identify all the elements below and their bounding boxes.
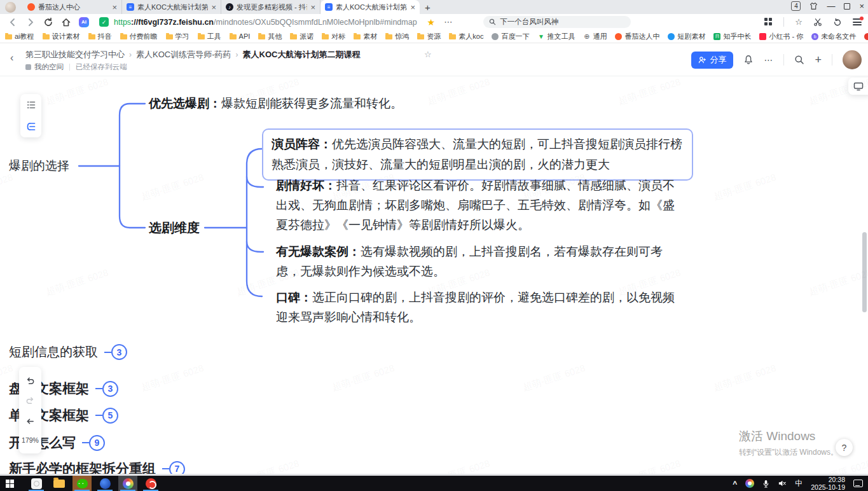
child-count-badge[interactable]: 3 [111, 344, 127, 360]
bookmark-item[interactable]: 百度一下 [492, 32, 529, 41]
bookmark-item[interactable]: 惊鸿 [385, 32, 409, 41]
mindmap-detail-node[interactable]: 口碑：选正向口碑的剧，上抖音搜剧的评价，避免选口碑差的剧，以免视频迎来骂声影响心… [276, 287, 682, 327]
bookmark-item[interactable]: 学习 [166, 32, 189, 41]
child-count-badge[interactable]: 3 [102, 381, 118, 397]
start-button[interactable] [0, 476, 19, 491]
apps-grid-icon[interactable] [764, 18, 773, 26]
minimize-button[interactable]: — [827, 2, 835, 10]
microphone-icon[interactable] [762, 480, 769, 488]
taskbar-browser[interactable] [118, 476, 137, 491]
child-count-badge[interactable]: 9 [89, 435, 105, 451]
theme-icon[interactable] [809, 2, 818, 10]
volume-muted-icon[interactable] [778, 480, 787, 487]
bookmark-item[interactable]: 资源 [417, 32, 441, 41]
ime-indicator[interactable]: 中 [795, 478, 803, 489]
browser-tab[interactable]: 发现更多精彩视频 - 抖音搜索 × [221, 0, 320, 14]
maximize-button[interactable] [844, 3, 850, 10]
taskbar-app-blue[interactable] [95, 476, 114, 491]
reload-icon[interactable] [43, 17, 53, 27]
help-button[interactable]: ? [836, 439, 853, 456]
bookmark-star-icon[interactable]: ★ [427, 17, 436, 27]
create-new-icon[interactable]: + [815, 54, 822, 66]
vertical-scrollbar[interactable] [862, 232, 867, 312]
mindmap-detail-node[interactable]: 有无爆款案例：选有爆款视频的剧，上抖音搜剧名，若有爆款存在则可考虑，无爆款则作为… [276, 242, 682, 281]
bookmark-item[interactable]: 知乎中长 [713, 32, 751, 41]
share-button[interactable]: 分享 [691, 52, 733, 69]
ai-assistant-icon[interactable]: AI [79, 17, 89, 27]
bookmark-item[interactable]: 推文工具 [537, 32, 575, 41]
outline-view-icon[interactable] [26, 100, 36, 110]
collapsed-branch-row[interactable]: 短剧信息的获取 3 [9, 343, 127, 361]
bookmark-item[interactable]: 未命名文件 [811, 32, 856, 41]
bookmark-item[interactable]: 素人koc [449, 32, 483, 41]
favorite-star-icon[interactable]: ☆ [424, 50, 432, 59]
address-more-icon[interactable]: ⋯ [444, 17, 453, 27]
tab-close-icon[interactable]: × [112, 3, 117, 11]
mindmap-detail-node[interactable]: 剧情好坏：抖音、红果评论区看评价。好剧情故事细腻、情感细腻、演员不出戏、无狗血剧… [276, 176, 682, 235]
browser-tab[interactable]: 素人KOC大航海计划第二期课 × [122, 0, 221, 14]
mindmap-canvas[interactable]: 爆剧的选择 优先选爆剧：爆款短剧能获得更多流量和转化。 选剧维度 演员阵容：优先… [0, 76, 868, 474]
bookmark-icon [615, 33, 622, 40]
browser-profile-avatar[interactable] [5, 2, 16, 13]
favorites-icon[interactable]: ☆ [795, 18, 803, 26]
action-center-icon[interactable] [853, 480, 863, 487]
child-count-badge[interactable]: 5 [102, 408, 118, 424]
browser-tab[interactable]: 素人KOC大航海计划第二期课 × [320, 0, 420, 14]
url-display[interactable]: https://ft6vgl737z.feishu.cn/mindnotes/O… [114, 18, 417, 27]
breadcrumb-item[interactable]: 第三职业技能交付学习中心 › [25, 49, 136, 60]
present-mode-button[interactable] [848, 78, 868, 95]
tab-close-icon[interactable]: × [310, 3, 315, 11]
tray-expand-icon[interactable]: ^ [733, 480, 737, 488]
bookmark-item[interactable]: 短剧素材 [668, 32, 705, 41]
user-avatar[interactable] [843, 50, 862, 69]
bookmark-item[interactable]: ai教程 [5, 32, 34, 41]
bookmark-item[interactable]: 付费前瞻 [120, 32, 158, 41]
forward-icon[interactable] [25, 17, 36, 27]
breadcrumb-item[interactable]: 素人KOC大航海计划第二期课程 › [243, 49, 361, 60]
browser-tab[interactable]: 番茄达人中心 × [23, 0, 122, 14]
tab-count-badge[interactable]: 4 [791, 1, 801, 11]
bookmark-item[interactable]: 设计素材 [43, 32, 80, 41]
bookmark-item[interactable]: 番茄达人中 [615, 32, 659, 41]
bookmark-item[interactable]: 工具 [198, 32, 221, 41]
close-button[interactable]: × [859, 2, 864, 10]
back-icon[interactable] [8, 17, 18, 27]
tab-close-icon[interactable]: × [211, 3, 216, 11]
bookmark-label: 工具 [207, 32, 221, 41]
bookmark-item[interactable]: API [230, 32, 251, 40]
bookmark-item[interactable]: 通用 [583, 32, 607, 41]
new-tab-button[interactable]: + [425, 2, 431, 13]
taskbar-clock[interactable]: 20:38 2025-10-19 [811, 476, 845, 491]
redo-icon[interactable] [25, 396, 35, 406]
tab-close-icon[interactable]: × [410, 3, 415, 11]
security-shield-icon[interactable]: ✓ [99, 17, 109, 27]
header-more-icon[interactable]: ⋯ [764, 55, 773, 65]
screenshot-scissors-icon[interactable] [813, 18, 822, 27]
browser-menu-icon[interactable] [853, 18, 862, 25]
bookmark-item[interactable]: 抖音 [88, 32, 112, 41]
home-icon[interactable] [61, 17, 71, 27]
locate-back-icon[interactable] [25, 417, 35, 426]
bookmark-item[interactable]: 其他 [258, 32, 282, 41]
space-label[interactable]: 我的空间 [34, 62, 64, 72]
bookmark-item[interactable]: 小红书 - 你 [759, 32, 803, 41]
breadcrumb-item[interactable]: 素人KOC训练营导师-药药 › [136, 49, 243, 60]
app-back-icon[interactable]: ‹ [10, 52, 13, 64]
history-restore-icon[interactable] [833, 18, 842, 27]
taskbar-wechat[interactable] [72, 476, 92, 491]
taskbar-app-search[interactable] [27, 476, 46, 491]
bookmark-item[interactable]: fanqie-no [864, 32, 868, 40]
bookmark-item[interactable]: 素材 [354, 32, 377, 41]
quick-search-box[interactable]: 下一个台风叫风神 [483, 16, 631, 28]
mindmap-detail-node[interactable]: 演员阵容：优先选演员阵容强大、流量大的短剧，可上抖音搜短剧演员排行榜熟悉演员，演… [262, 128, 693, 181]
tray-browser-icon[interactable] [745, 479, 754, 488]
undo-icon[interactable] [25, 377, 35, 386]
bookmark-item[interactable]: 对标 [322, 32, 345, 41]
taskbar-fanqie[interactable] [141, 476, 160, 491]
zoom-level[interactable]: 179% [22, 436, 39, 444]
mindmap-view-icon[interactable] [26, 121, 36, 132]
taskbar-file-explorer[interactable] [50, 476, 69, 491]
bookmark-item[interactable]: 派诺 [290, 32, 313, 41]
notifications-bell-icon[interactable] [743, 55, 754, 65]
header-search-icon[interactable] [794, 55, 804, 65]
